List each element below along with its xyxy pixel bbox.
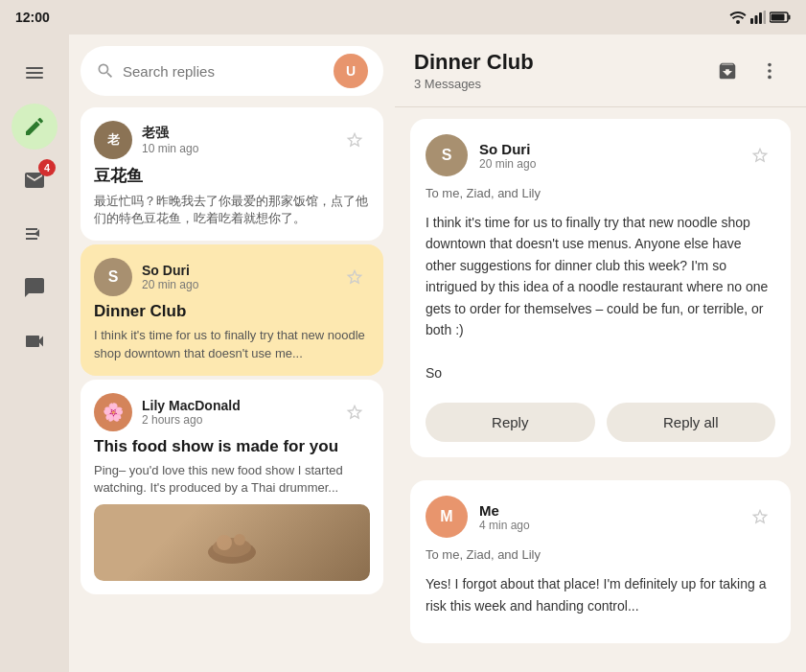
email-card: S So Duri 20 min ago To me, Ziad, and Li… — [410, 119, 791, 457]
thread-panel: Dinner Club 3 Messages — [395, 35, 806, 672]
star-button[interactable] — [745, 501, 775, 532]
email-sender-name: Me — [479, 502, 733, 519]
svg-point-16 — [768, 69, 771, 73]
avatar: S — [94, 258, 132, 296]
archive-icon — [717, 60, 738, 81]
card-header: S So Duri 20 min ago — [94, 258, 370, 296]
thread-actions — [710, 54, 787, 88]
more-options-button[interactable] — [752, 54, 787, 88]
wifi-icon — [729, 11, 747, 24]
card-header: 老 老强 10 min ago — [94, 121, 370, 159]
svg-rect-6 — [789, 15, 791, 20]
email-header: S So Duri 20 min ago — [426, 134, 775, 176]
star-icon — [750, 507, 770, 526]
search-icon — [96, 61, 115, 81]
star-button[interactable] — [339, 262, 370, 292]
email-sender-name: So Duri — [479, 141, 733, 157]
email-card: M Me 4 min ago To me, Ziad, and Lily Yes… — [410, 480, 791, 643]
avatar: S — [426, 134, 468, 176]
svg-point-17 — [768, 75, 771, 79]
card-meta: 老强 10 min ago — [142, 125, 330, 155]
user-avatar[interactable]: U — [334, 54, 368, 88]
main-layout: U 老 老强 10 min ago 豆花鱼 最近忙吗？昨晚我去了你最爱的那家饭馆… — [69, 35, 806, 672]
thread-title-area: Dinner Club 3 Messages — [414, 50, 534, 91]
sidebar-item-menu[interactable] — [12, 50, 58, 96]
search-bar: U — [81, 46, 383, 96]
svg-rect-3 — [759, 12, 762, 24]
avatar: M — [426, 496, 468, 538]
archive-button[interactable] — [710, 54, 745, 88]
time-text: 20 min ago — [142, 278, 330, 291]
chat-icon — [23, 276, 46, 299]
message-subject: This food show is made for you — [94, 437, 370, 456]
sender-name: Lily MacDonald — [142, 398, 330, 413]
svg-rect-9 — [26, 72, 43, 74]
thread-header: Dinner Club 3 Messages — [395, 35, 806, 107]
message-preview: Ping– you'd love this new food show I st… — [94, 462, 370, 497]
email-header: M Me 4 min ago — [426, 496, 775, 538]
sidebar: 4 — [0, 35, 69, 672]
svg-rect-8 — [26, 67, 43, 69]
email-actions: Reply Reply all — [426, 395, 775, 442]
card-header: 🌸 Lily MacDonald 2 hours ago — [94, 393, 370, 431]
mail-badge: 4 — [38, 159, 56, 176]
search-input[interactable] — [123, 63, 326, 80]
status-bar: 12:00 — [0, 0, 806, 35]
battery-icon — [770, 12, 791, 23]
more-vert-icon — [759, 60, 780, 81]
star-button[interactable] — [745, 140, 775, 171]
svg-point-15 — [768, 62, 771, 66]
svg-point-13 — [217, 535, 232, 550]
sidebar-item-notes[interactable] — [12, 211, 58, 257]
svg-point-0 — [736, 20, 740, 24]
message-preview: 最近忙吗？昨晚我去了你最爱的那家饭馆，点了他们的特色豆花鱼，吃着吃着就想你了。 — [94, 193, 370, 227]
message-card[interactable]: S So Duri 20 min ago Dinner Club I think… — [81, 244, 383, 375]
star-icon — [750, 146, 770, 165]
video-icon — [23, 330, 46, 353]
svg-rect-4 — [764, 11, 767, 24]
avatar: 🌸 — [94, 393, 132, 431]
email-time: 4 min ago — [479, 519, 733, 532]
edit-icon — [23, 115, 46, 138]
email-body: I think it's time for us to finally try … — [426, 212, 775, 383]
avatar: 老 — [94, 121, 132, 159]
thread-count: 3 Messages — [414, 77, 534, 91]
email-to: To me, Ziad, and Lily — [426, 186, 775, 200]
svg-rect-10 — [26, 77, 43, 79]
message-subject: Dinner Club — [94, 302, 370, 321]
sidebar-item-chat[interactable] — [12, 265, 58, 311]
svg-rect-2 — [755, 15, 758, 24]
sidebar-item-compose[interactable] — [12, 104, 58, 150]
star-icon — [345, 267, 364, 287]
star-button[interactable] — [339, 397, 370, 428]
sidebar-item-mail[interactable]: 4 — [12, 157, 58, 203]
email-to: To me, Ziad, and Lily — [426, 547, 775, 562]
signal-icon — [750, 11, 766, 24]
message-preview: I think it's time for us to finally try … — [94, 327, 370, 361]
thread-title: Dinner Club — [414, 50, 534, 75]
message-subject: 豆花鱼 — [94, 165, 370, 187]
star-icon — [345, 403, 364, 422]
email-body: Yes! I forgot about that place! I'm defi… — [426, 573, 775, 616]
notes-icon — [23, 222, 46, 245]
time-text: 2 hours ago — [142, 413, 330, 427]
message-card[interactable]: 🌸 Lily MacDonald 2 hours ago This food s… — [81, 380, 383, 594]
sender-name: So Duri — [142, 263, 330, 278]
svg-rect-1 — [750, 18, 753, 24]
message-card[interactable]: 老 老强 10 min ago 豆花鱼 最近忙吗？昨晚我去了你最爱的那家饭馆，点… — [81, 107, 383, 241]
svg-point-14 — [234, 534, 245, 545]
status-icons — [729, 11, 791, 24]
card-meta: So Duri 20 min ago — [142, 263, 330, 291]
status-time: 12:00 — [15, 10, 50, 25]
message-image — [94, 504, 370, 581]
email-sender-info: Me 4 min ago — [479, 502, 733, 532]
card-meta: Lily MacDonald 2 hours ago — [142, 398, 330, 427]
reply-all-button[interactable]: Reply all — [607, 403, 776, 442]
sender-name: 老强 — [142, 125, 330, 142]
star-button[interactable] — [339, 125, 370, 155]
star-icon — [345, 130, 364, 150]
sidebar-item-video[interactable] — [12, 318, 58, 364]
reply-button[interactable]: Reply — [426, 403, 595, 442]
svg-rect-7 — [771, 14, 785, 21]
email-time: 20 min ago — [479, 157, 733, 171]
